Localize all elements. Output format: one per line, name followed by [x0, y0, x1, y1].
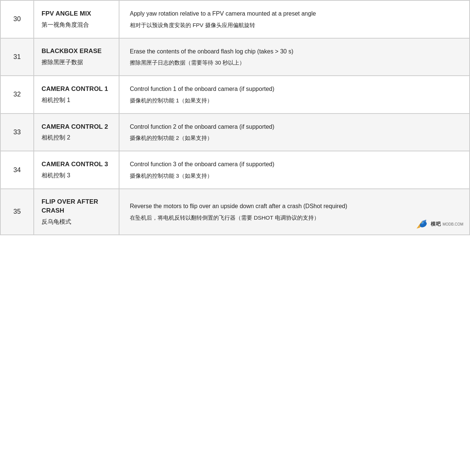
chinese-description: 摄像机的控制功能 3（如果支持）	[130, 171, 459, 180]
logo-site: MODB.COM	[443, 222, 463, 226]
english-name: FLIP OVER AFTER CRASH	[42, 197, 111, 215]
row-description-cell: Control function 2 of the onboard camera…	[119, 114, 470, 151]
table-row: 32CAMERA CONTROL 1相机控制 1Control function…	[0, 76, 470, 114]
row-number: 30	[0, 0, 34, 38]
row-number: 33	[0, 114, 34, 151]
logo-icon	[415, 218, 429, 230]
english-name: BLACKBOX ERASE	[42, 47, 111, 56]
english-description: Erase the contents of the onboard flash …	[130, 47, 459, 56]
row-name-cell: FPV ANGLE MIX第一视角角度混合	[34, 0, 119, 38]
english-description: Control function 3 of the onboard camera…	[130, 160, 459, 169]
table-row: 34CAMERA CONTROL 3相机控制 3Control function…	[0, 151, 470, 189]
english-description: Reverse the motors to flip over an upsid…	[130, 201, 459, 211]
row-number: 31	[0, 38, 34, 76]
chinese-description: 摄像机的控制功能 2（如果支持）	[130, 134, 459, 142]
english-description: Apply yaw rotation relative to a FPV cam…	[130, 9, 459, 19]
row-name-cell: CAMERA CONTROL 1相机控制 1	[34, 76, 119, 114]
row-description-cell: Control function 1 of the onboard camera…	[119, 76, 470, 114]
main-table: 30FPV ANGLE MIX第一视角角度混合Apply yaw rotatio…	[0, 0, 470, 235]
logo-text: 模吧	[431, 221, 441, 227]
chinese-description: 摄像机的控制功能 1（如果支持）	[130, 96, 459, 105]
chinese-description: 相对于以预设角度安装的 FPV 摄像头应用偏航旋转	[130, 21, 459, 30]
row-name-cell: BLACKBOX ERASE擦除黑匣子数据	[34, 38, 119, 76]
chinese-description: 擦除黑匣子日志的数据（需要等待 30 秒以上）	[130, 58, 459, 67]
chinese-name: 擦除黑匣子数据	[42, 58, 111, 67]
row-name-cell: CAMERA CONTROL 3相机控制 3	[34, 151, 119, 189]
row-number: 32	[0, 76, 34, 114]
table-row: 30FPV ANGLE MIX第一视角角度混合Apply yaw rotatio…	[0, 0, 470, 38]
row-description-cell: Control function 3 of the onboard camera…	[119, 151, 470, 189]
english-description: Control function 1 of the onboard camera…	[130, 84, 459, 94]
chinese-name: 相机控制 1	[42, 96, 111, 105]
logo-container: 模吧 MODB.COM	[415, 218, 463, 230]
chinese-name: 反乌龟模式	[42, 217, 111, 226]
row-description-cell: Apply yaw rotation relative to a FPV cam…	[119, 0, 470, 38]
english-name: CAMERA CONTROL 2	[42, 122, 111, 131]
english-description: Control function 2 of the onboard camera…	[130, 122, 459, 132]
chinese-description: 在坠机后，将电机反转以翻转倒置的飞行器（需要 DSHOT 电调协议的支持）	[130, 213, 459, 222]
row-number: 35	[0, 189, 34, 235]
chinese-name: 相机控制 3	[42, 171, 111, 180]
english-name: FPV ANGLE MIX	[42, 9, 111, 18]
row-name-cell: FLIP OVER AFTER CRASH反乌龟模式	[34, 189, 119, 235]
row-number: 34	[0, 151, 34, 189]
row-name-cell: CAMERA CONTROL 2相机控制 2	[34, 114, 119, 151]
chinese-name: 第一视角角度混合	[42, 20, 111, 29]
table-row: 31BLACKBOX ERASE擦除黑匣子数据Erase the content…	[0, 38, 470, 76]
english-name: CAMERA CONTROL 3	[42, 160, 111, 169]
table-row: 33CAMERA CONTROL 2相机控制 2Control function…	[0, 114, 470, 151]
english-name: CAMERA CONTROL 1	[42, 85, 111, 93]
chinese-name: 相机控制 2	[42, 133, 111, 142]
table-row: 35FLIP OVER AFTER CRASH反乌龟模式Reverse the …	[0, 189, 470, 235]
row-description-cell: Erase the contents of the onboard flash …	[119, 38, 470, 76]
row-description-cell: Reverse the motors to flip over an upsid…	[119, 189, 470, 235]
